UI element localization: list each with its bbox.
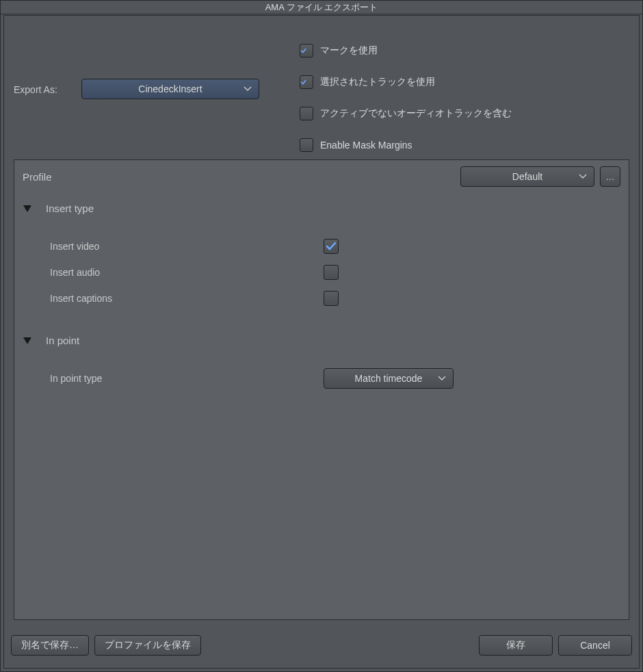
save-button[interactable]: 保存 [479, 635, 553, 656]
svg-marker-0 [23, 205, 31, 212]
profile-more-button[interactable]: … [600, 166, 620, 187]
export-as-label: Export As: [14, 84, 57, 95]
insert-captions-label: Insert captions [50, 293, 324, 304]
save-profile-label: プロファイルを保存 [105, 639, 191, 651]
chevron-down-icon [438, 376, 446, 381]
insert-audio-row: Insert audio [23, 259, 620, 285]
top-options-area: Export As: CinedeckInsert マークを使用 [4, 16, 639, 147]
enable-mask-margins-checkbox[interactable] [300, 138, 313, 152]
export-as-dropdown[interactable]: CinedeckInsert [81, 79, 259, 99]
ellipsis-icon: … [606, 172, 615, 182]
bottom-button-bar: 別名で保存… プロファイルを保存 保存 Cancel [11, 635, 632, 656]
profile-panel: Profile Default … Insert type [14, 159, 629, 620]
profile-label: Profile [23, 171, 52, 183]
save-label: 保存 [506, 639, 525, 651]
include-inactive-audio-row: アクティブでないオーディオトラックを含む [300, 98, 512, 129]
chevron-down-icon [579, 174, 587, 179]
svg-marker-1 [23, 337, 31, 344]
insert-captions-row: Insert captions [23, 285, 620, 311]
profile-dropdown[interactable]: Default [460, 166, 594, 187]
cancel-button[interactable]: Cancel [558, 635, 632, 656]
in-point-header: In point [23, 335, 620, 346]
cancel-label: Cancel [580, 640, 610, 651]
in-point-type-dropdown[interactable]: Match timecode [324, 368, 454, 389]
enable-mask-margins-row: Enable Mask Margins [300, 129, 512, 161]
include-inactive-audio-checkbox[interactable] [300, 107, 313, 120]
use-selected-tracks-checkbox[interactable] [300, 75, 313, 89]
include-inactive-audio-label: アクティブでないオーディオトラックを含む [320, 107, 512, 120]
in-point-title: In point [46, 335, 79, 346]
disclosure-triangle-icon[interactable] [23, 204, 32, 214]
export-as-value: CinedeckInsert [138, 83, 202, 94]
profile-value: Default [512, 171, 542, 182]
insert-audio-label: Insert audio [50, 267, 324, 278]
save-as-button[interactable]: 別名で保存… [11, 635, 89, 656]
insert-type-title: Insert type [46, 203, 94, 214]
insert-video-checkbox[interactable] [324, 239, 339, 254]
enable-mask-margins-label: Enable Mask Margins [320, 140, 412, 151]
use-selected-tracks-label: 選択されたトラックを使用 [320, 76, 435, 88]
use-selected-tracks-row: 選択されたトラックを使用 [300, 66, 512, 98]
in-point-section: In point In point type Match timecode [14, 317, 629, 397]
in-point-type-value: Match timecode [355, 373, 423, 384]
use-marks-label: マークを使用 [320, 44, 378, 57]
insert-audio-checkbox[interactable] [324, 265, 339, 280]
top-checkbox-column: マークを使用 選択されたトラックを使用 アクティブでないオーディオトラックを含む… [300, 35, 512, 161]
save-profile-button[interactable]: プロファイルを保存 [94, 635, 201, 656]
in-point-type-row: In point type Match timecode [23, 365, 620, 391]
export-dialog: AMA ファイル エクスポート Export As: CinedeckInser… [0, 0, 643, 672]
use-marks-checkbox[interactable] [300, 44, 313, 57]
dialog-body: Export As: CinedeckInsert マークを使用 [3, 15, 640, 669]
chevron-down-icon [244, 86, 252, 92]
insert-type-section: Insert type Insert video Insert audio [14, 193, 629, 317]
insert-video-label: Insert video [50, 241, 324, 252]
use-marks-row: マークを使用 [300, 35, 512, 66]
window-title: AMA ファイル エクスポート [1, 1, 642, 14]
save-as-label: 別名で保存… [21, 639, 79, 651]
insert-video-row: Insert video [23, 233, 620, 259]
insert-captions-checkbox[interactable] [324, 291, 339, 306]
profile-header: Profile Default … [14, 160, 629, 193]
disclosure-triangle-icon[interactable] [23, 336, 32, 346]
in-point-type-label: In point type [50, 373, 324, 384]
insert-type-header: Insert type [23, 203, 620, 214]
